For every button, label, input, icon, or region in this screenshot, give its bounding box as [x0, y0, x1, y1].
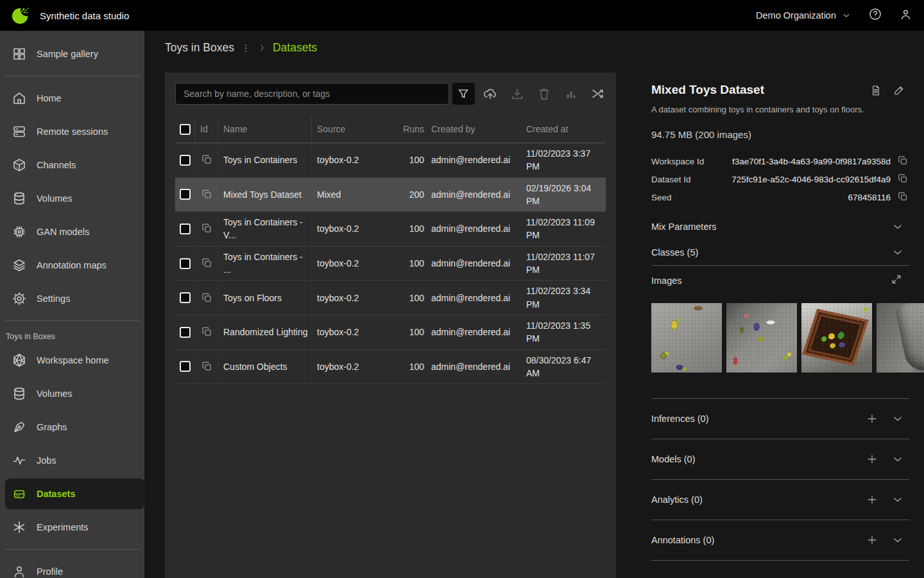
chevron-down-icon	[841, 10, 851, 21]
sidebar-item-gan-models[interactable]: GAN models	[0, 215, 144, 249]
add-inferences-0--button[interactable]	[866, 412, 878, 425]
sidebar-item-sample-gallery[interactable]: Sample gallery	[0, 37, 144, 71]
table-row[interactable]: Toys in Containers - ...toybox-0.2100adm…	[175, 247, 606, 281]
created-by-cell: admin@rendered.ai	[426, 218, 521, 239]
add-analytics-0--button[interactable]	[866, 493, 878, 506]
copy-id-button[interactable]	[200, 326, 213, 338]
source-cell: Mixed	[311, 178, 402, 212]
sidebar-item-experiments[interactable]: Experiments	[0, 511, 144, 544]
copy-id-button[interactable]	[200, 292, 213, 304]
help-icon	[868, 7, 882, 21]
dataset-sections: Inferences (0)Models (0)Analytics (0)Ann…	[651, 398, 909, 561]
created-at-cell: 11/02/2023 1:35 PM	[521, 315, 606, 349]
table-row[interactable]: Toys on Floorstoybox-0.2100admin@rendere…	[175, 281, 606, 315]
expand-icon	[890, 273, 903, 286]
sidebar-item-label: Annotation maps	[37, 260, 107, 270]
breadcrumb-workspace[interactable]: Toys in Boxes	[165, 41, 234, 55]
app-logo-icon[interactable]	[12, 6, 31, 25]
row-checkbox[interactable]	[180, 258, 191, 269]
sidebar-item-channels[interactable]: Channels	[0, 148, 144, 182]
dataset-collapsed-rows: Mix ParametersClasses (5)	[651, 214, 909, 265]
thumbnail-toys-in-gray-bin[interactable]	[877, 303, 924, 372]
gear-icon	[12, 291, 27, 306]
sidebar-item-workspace-home[interactable]: Workspace home	[0, 344, 144, 377]
dataset-name-cell: Toys on Floors	[218, 281, 311, 315]
server-icon	[12, 124, 27, 139]
section-models-0-: Models (0)	[651, 439, 909, 480]
edit-dataset-button[interactable]	[893, 84, 905, 100]
add-annotations-0--button[interactable]	[866, 534, 878, 547]
copy-id-button[interactable]	[200, 222, 213, 235]
copy-dataset-id-button[interactable]	[896, 173, 909, 186]
table-row[interactable]: Randomized Lightingtoybox-0.2100admin@re…	[175, 315, 606, 350]
row-checkbox-cell	[175, 223, 194, 234]
copy-seed-button[interactable]	[896, 191, 909, 204]
help-button[interactable]	[868, 7, 882, 24]
sidebar-item-volumes[interactable]: Volumes	[0, 377, 144, 410]
home-icon	[12, 91, 27, 106]
chevron-down-icon[interactable]	[891, 453, 904, 466]
sidebar-divider	[5, 76, 139, 76]
thumbnail-toys-on-floor-1[interactable]	[651, 303, 722, 372]
search-input[interactable]	[175, 83, 449, 105]
copy-id-button[interactable]	[200, 257, 213, 270]
dataset-id-fields: Workspace Idf3ae70f1-3a4b-4a63-9a99-0f98…	[651, 152, 909, 206]
section-mix-parameters[interactable]: Mix Parameters	[651, 214, 909, 240]
thumbnail-toys-on-floor-2[interactable]	[726, 303, 797, 372]
cloud-upload-button[interactable]	[483, 86, 498, 101]
row-checkbox[interactable]	[180, 155, 191, 166]
dataset-log-button[interactable]	[869, 84, 882, 100]
sidebar-item-profile[interactable]: Profile	[0, 555, 144, 578]
row-checkbox[interactable]	[180, 189, 191, 200]
copy-id-button[interactable]	[200, 188, 213, 201]
column-header: Runs	[402, 119, 426, 139]
table-actions	[483, 86, 606, 101]
section-classes-5-[interactable]: Classes (5)	[651, 240, 909, 265]
sidebar-item-jobs[interactable]: Jobs	[0, 444, 144, 477]
thumbnail-toys-in-wooden-crate[interactable]	[801, 303, 872, 372]
sidebar-item-datasets[interactable]: Datasets	[5, 478, 144, 509]
table-row[interactable]: Custom Objectstoybox-0.2100admin@rendere…	[175, 350, 606, 385]
field-workspace-id: Workspace Idf3ae70f1-3a4b-4a63-9a99-0f98…	[651, 152, 909, 170]
column-header: Name	[218, 116, 311, 143]
sidebar-item-annotation-maps[interactable]: Annotation maps	[0, 249, 144, 282]
chevron-down-icon[interactable]	[891, 534, 904, 547]
sidebar-item-home[interactable]: Home	[0, 82, 144, 115]
select-all-checkbox[interactable]	[180, 124, 191, 135]
row-checkbox[interactable]	[180, 292, 191, 303]
field-dataset-id: Dataset Id725fc91e-a52c-4046-983d-cc9261…	[651, 170, 909, 188]
copy-workspace-id-button[interactable]	[896, 155, 909, 168]
row-id-cell	[194, 350, 218, 384]
chevron-down-icon[interactable]	[891, 493, 904, 506]
expand-images-button[interactable]	[890, 273, 903, 288]
chevron-down-icon[interactable]	[891, 246, 904, 259]
user-menu-button[interactable]	[899, 8, 912, 24]
table-row[interactable]: Toys in Containers - V...toybox-0.2100ad…	[175, 212, 606, 247]
copy-id-button[interactable]	[200, 360, 213, 373]
filter-button[interactable]	[452, 83, 475, 105]
copy-id-button[interactable]	[200, 153, 213, 166]
workspace-menu-icon[interactable]	[240, 42, 252, 54]
shuffle-button[interactable]	[590, 86, 606, 101]
sidebar-item-settings[interactable]: Settings	[0, 282, 144, 315]
row-checkbox[interactable]	[180, 327, 191, 338]
row-checkbox[interactable]	[180, 361, 191, 372]
sidebar-item-remote-sessions[interactable]: Remote sessions	[0, 115, 144, 148]
chevron-down-icon[interactable]	[891, 220, 904, 233]
runs-cell: 200	[402, 184, 426, 205]
chevron-down-icon[interactable]	[891, 412, 904, 425]
created-by-cell: admin@rendered.ai	[426, 253, 521, 274]
table-row[interactable]: Mixed Toys DatasetMixed200admin@rendered…	[175, 178, 606, 213]
row-id-cell	[194, 281, 218, 315]
row-checkbox-cell	[175, 327, 194, 338]
table-row[interactable]: Toys in Containerstoybox-0.2100admin@ren…	[175, 143, 606, 178]
row-checkbox[interactable]	[180, 223, 191, 234]
section-inferences-0-: Inferences (0)	[651, 399, 909, 439]
org-selector[interactable]: Demo Organization	[756, 10, 851, 21]
row-id-cell	[194, 315, 218, 349]
add-models-0--button[interactable]	[866, 453, 878, 466]
layers-icon	[12, 258, 27, 273]
sidebar-item-graphs[interactable]: Graphs	[0, 410, 144, 444]
sidebar-item-volumes[interactable]: Volumes	[0, 182, 144, 215]
section-analytics-0-: Analytics (0)	[651, 480, 909, 520]
